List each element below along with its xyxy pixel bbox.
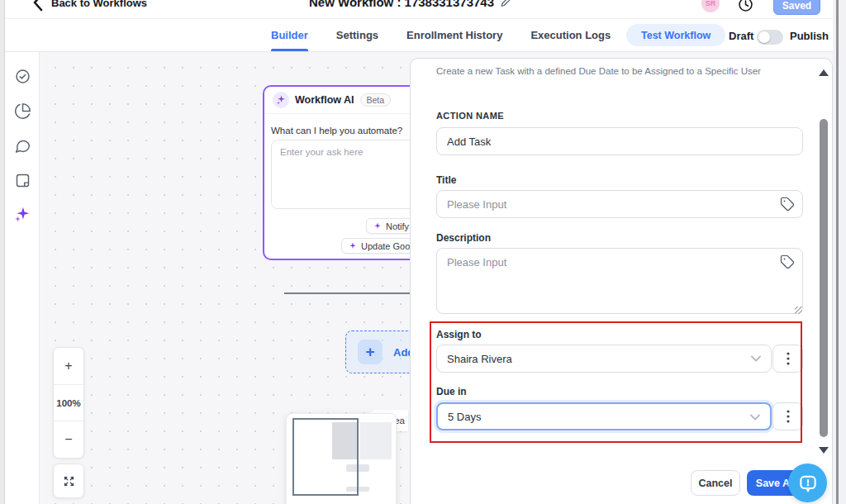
action-config-panel: Create a new Task with a defined Due Dat… — [410, 58, 833, 504]
tag-icon[interactable] — [780, 197, 795, 212]
tab-settings[interactable]: Settings — [336, 19, 378, 51]
cancel-button[interactable]: Cancel — [691, 470, 740, 496]
due-in-options-kebab[interactable] — [772, 402, 803, 430]
fit-view-icon — [62, 474, 76, 488]
action-name-input[interactable] — [436, 127, 803, 155]
tab-execution-logs[interactable]: Execution Logs — [530, 19, 611, 51]
fit-view-button[interactable] — [53, 464, 84, 498]
zoom-out-button[interactable]: − — [54, 421, 83, 458]
scrollbar-down-arrow[interactable] — [819, 447, 829, 454]
due-in-select[interactable]: 5 Days — [436, 402, 772, 430]
assign-to-options-kebab[interactable] — [772, 345, 803, 373]
scrollbar-thumb[interactable] — [820, 119, 828, 437]
ai-sparkles-icon[interactable] — [12, 205, 32, 225]
due-in-label: Due in — [436, 386, 467, 397]
description-label: Description — [436, 232, 491, 244]
zoom-controls: + 100% − — [53, 347, 84, 459]
back-arrow-icon — [31, 0, 45, 12]
tag-icon[interactable] — [780, 254, 795, 269]
title-label: Title — [436, 174, 456, 186]
tab-builder[interactable]: Builder — [271, 19, 308, 51]
minimap[interactable] — [286, 413, 397, 504]
avatar[interactable]: SR — [701, 0, 720, 12]
history-clock-icon[interactable] — [737, 0, 754, 15]
assign-to-label: Assign to — [436, 329, 482, 340]
publish-label: Publish — [790, 30, 829, 42]
chevron-down-icon — [750, 414, 760, 421]
tab-enrollment-history[interactable]: Enrollment History — [406, 19, 502, 51]
beta-badge: Beta — [360, 93, 392, 107]
zoom-level: 100% — [54, 384, 83, 421]
saved-button[interactable]: Saved — [773, 0, 820, 15]
help-chat-widget[interactable] — [788, 464, 827, 502]
toggle-knob — [758, 31, 770, 43]
minimap-viewport[interactable] — [292, 418, 359, 496]
workflow-ai-title: Workflow AI — [295, 94, 354, 106]
back-to-workflows-link[interactable]: Back to Workflows — [31, 0, 147, 12]
workflow-ai-sparkle-icon — [273, 92, 289, 108]
chevron-down-icon — [751, 355, 761, 362]
window-frame-right — [833, 0, 846, 504]
action-name-label: ACTION NAME — [436, 111, 504, 121]
sparkle-icon — [373, 222, 382, 231]
publish-toggle[interactable] — [757, 30, 783, 45]
workflow-title: New Workflow : 1738331373743 — [309, 0, 512, 10]
test-workflow-button[interactable]: Test Workflow — [626, 24, 725, 46]
left-icon-rail — [5, 52, 40, 504]
plus-icon: + — [358, 340, 383, 364]
top-bar: Back to Workflows New Workflow : 1738331… — [5, 0, 833, 19]
active-tab-underline — [271, 49, 308, 51]
workflow-builder-app: Back to Workflows New Workflow : 1738331… — [0, 0, 846, 504]
workflow-title-text: New Workflow : 1738331373743 — [309, 0, 494, 9]
kebab-icon — [787, 352, 790, 365]
action-description: Create a new Task with a defined Due Dat… — [436, 66, 783, 76]
chat-bubble-icon[interactable] — [12, 136, 32, 155]
ai-question-label: What can I help you automate? — [271, 126, 402, 136]
zoom-in-button[interactable]: + — [54, 348, 83, 384]
chat-widget-icon — [797, 473, 819, 494]
title-input[interactable] — [436, 190, 803, 218]
window-frame-left — [0, 0, 5, 504]
assign-to-select[interactable]: Shaira Rivera — [436, 345, 772, 373]
draft-label: Draft — [729, 30, 753, 42]
textarea-resize-handle[interactable] — [795, 307, 802, 314]
sparkle-icon — [349, 242, 357, 250]
minimap-node-block — [360, 422, 392, 459]
connector-line — [284, 292, 416, 294]
tab-bar: Builder Settings Enrollment History Exec… — [5, 19, 833, 52]
edit-pencil-icon[interactable] — [500, 0, 512, 10]
scrollbar-up-arrow[interactable] — [819, 69, 829, 76]
kebab-icon — [787, 410, 790, 423]
pie-chart-icon[interactable] — [12, 101, 32, 121]
check-circle-icon[interactable] — [12, 66, 32, 86]
description-textarea[interactable] — [436, 248, 803, 314]
card-note-icon[interactable] — [12, 170, 32, 190]
back-label: Back to Workflows — [51, 0, 147, 9]
